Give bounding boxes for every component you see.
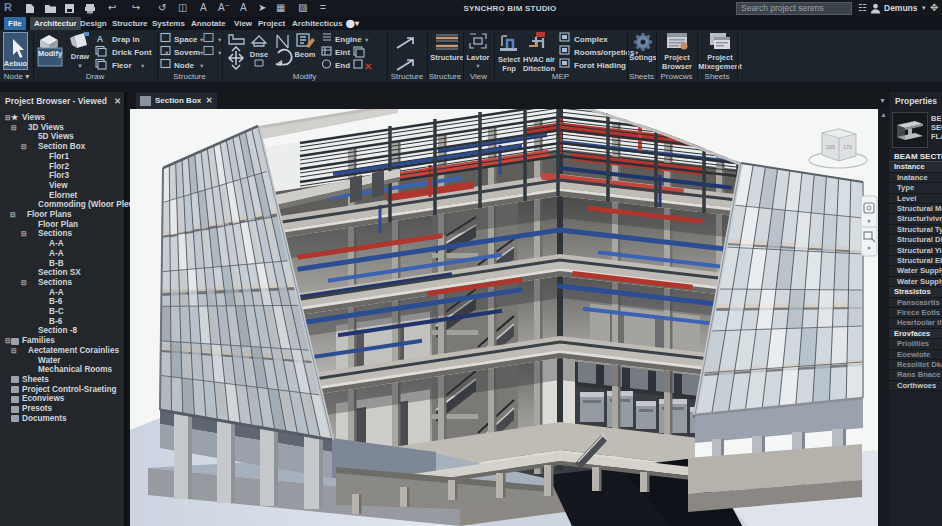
svg-text:Aebuo: Aebuo bbox=[4, 59, 28, 68]
svg-text:Node: Node bbox=[174, 61, 195, 70]
svg-text:105: 105 bbox=[826, 144, 835, 150]
svg-text:Draw: Draw bbox=[71, 52, 90, 61]
svg-text:Forot Hiading: Forot Hiading bbox=[574, 61, 626, 70]
svg-text:Fleor: Fleor bbox=[112, 61, 132, 70]
svg-text:Modify: Modify bbox=[38, 49, 63, 58]
svg-text:Drick Font: Drick Font bbox=[112, 48, 152, 57]
svg-text:End: End bbox=[335, 61, 350, 70]
svg-text:Beom: Beom bbox=[295, 50, 316, 59]
svg-text:▼: ▼ bbox=[475, 63, 480, 69]
svg-text:Engine: Engine bbox=[335, 35, 362, 44]
svg-text:HVAC air: HVAC air bbox=[523, 55, 555, 64]
svg-text:A: A bbox=[97, 34, 104, 44]
svg-text:Lavtor: Lavtor bbox=[467, 53, 490, 62]
svg-text:✕: ✕ bbox=[364, 61, 372, 72]
svg-text:Sovem: Sovem bbox=[174, 48, 200, 57]
svg-text:Drap in: Drap in bbox=[112, 35, 140, 44]
svg-text:Eint: Eint bbox=[335, 48, 350, 57]
svg-text:Dnse: Dnse bbox=[250, 50, 268, 59]
svg-text:Browser: Browser bbox=[662, 62, 692, 71]
svg-text:Complex: Complex bbox=[574, 35, 608, 44]
svg-text:Structure: Structure bbox=[430, 53, 463, 62]
svg-text:Project: Project bbox=[707, 53, 733, 62]
svg-text:▼: ▼ bbox=[77, 63, 83, 69]
svg-text:▼: ▼ bbox=[364, 37, 369, 43]
svg-text:Rooms/orpetics: Rooms/orpetics bbox=[574, 48, 635, 57]
svg-text:▼: ▼ bbox=[199, 63, 204, 69]
svg-text:Sotings: Sotings bbox=[629, 53, 657, 62]
svg-text:Project: Project bbox=[664, 53, 690, 62]
svg-text:Space: Space bbox=[174, 35, 198, 44]
svg-text:170: 170 bbox=[843, 144, 852, 150]
svg-text:Mixegement: Mixegement bbox=[698, 62, 742, 71]
svg-text:▼: ▼ bbox=[140, 63, 145, 69]
svg-text:Select: Select bbox=[498, 55, 521, 64]
